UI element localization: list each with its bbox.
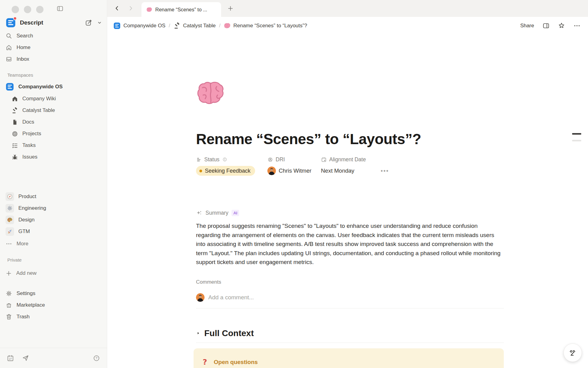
sidebar-item-label: Companywide OS bbox=[18, 84, 63, 90]
workspace-switcher[interactable]: Descript bbox=[6, 16, 103, 29]
private-section-label: Private bbox=[7, 257, 22, 263]
back-icon[interactable] bbox=[114, 5, 120, 12]
add-new-button[interactable]: Add new bbox=[0, 267, 107, 279]
more-icon[interactable] bbox=[573, 22, 581, 29]
chevron-down-icon[interactable] bbox=[96, 20, 103, 26]
sparkles-icon bbox=[196, 210, 202, 216]
comment-input[interactable]: Add a comment... bbox=[196, 292, 504, 303]
gavel-icon bbox=[12, 107, 18, 114]
table-of-contents-indicator[interactable] bbox=[572, 133, 581, 141]
minimize-window-button[interactable] bbox=[24, 6, 31, 13]
bug-icon bbox=[12, 154, 18, 160]
toggle-triangle-icon[interactable] bbox=[196, 331, 201, 335]
sidebar-item-trash[interactable]: Trash bbox=[0, 311, 107, 323]
sidebar-item-company-wiki[interactable]: Company Wiki bbox=[0, 93, 107, 105]
status-icon bbox=[196, 157, 202, 163]
sidebar-item-design[interactable]: Design bbox=[0, 214, 107, 226]
full-context-toggle[interactable]: Full Context bbox=[196, 327, 504, 340]
person-icon bbox=[267, 157, 273, 163]
avatar bbox=[267, 167, 276, 175]
breadcrumb-item-catalyst-table[interactable]: Catalyst Table bbox=[174, 22, 216, 29]
property-value-status[interactable]: Seeking Feedback bbox=[196, 166, 255, 176]
palette-icon bbox=[6, 216, 14, 224]
active-tab[interactable]: Rename “Scenes” to ... bbox=[141, 2, 221, 17]
sidebar-item-label: Engineering bbox=[18, 205, 46, 211]
breadcrumb-item-companywide-os[interactable]: Companywide OS bbox=[113, 22, 165, 29]
sidebar-item-inbox[interactable]: Inbox bbox=[0, 53, 107, 65]
red-question-icon[interactable]: ? bbox=[202, 358, 208, 366]
sidebar-item-settings[interactable]: Settings bbox=[0, 288, 107, 299]
workspace-blue-icon bbox=[113, 22, 121, 29]
avatar bbox=[196, 293, 205, 302]
breadcrumb-item-current-page[interactable]: Rename “Scenes” to “Layouts”? bbox=[224, 23, 307, 29]
new-tab-button[interactable] bbox=[227, 5, 234, 12]
brain-icon bbox=[224, 23, 231, 29]
descript-logo-icon bbox=[6, 17, 16, 28]
house-icon bbox=[12, 96, 18, 102]
property-value-alignment-date[interactable]: Next Monday bbox=[321, 166, 366, 176]
document-canvas: Rename “Scenes” to “Layouts”? Status See… bbox=[107, 34, 588, 368]
close-window-button[interactable] bbox=[12, 6, 19, 13]
breadcrumb: Companywide OS / Catalyst Table / Rename… bbox=[113, 22, 307, 29]
page-title[interactable]: Rename “Scenes” to “Layouts”? bbox=[196, 130, 504, 148]
comment-placeholder: Add a comment... bbox=[208, 294, 254, 301]
page-brain-icon[interactable] bbox=[196, 80, 225, 107]
sidebar-item-label: Inbox bbox=[17, 56, 29, 62]
property-value-dri[interactable]: Chris Witmer bbox=[267, 166, 311, 176]
sidebar-item-gtm[interactable]: GTM bbox=[0, 226, 107, 237]
sidebar-item-projects[interactable]: Projects bbox=[0, 128, 107, 140]
zoom-window-button[interactable] bbox=[36, 6, 43, 13]
sidebar-item-tasks[interactable]: Tasks bbox=[0, 140, 107, 151]
target-icon bbox=[12, 131, 18, 137]
window-controls bbox=[12, 6, 43, 13]
compass-icon bbox=[6, 192, 14, 201]
sidebar-item-label: Tasks bbox=[22, 142, 36, 148]
send-icon[interactable] bbox=[22, 355, 29, 362]
workspace-blue-icon bbox=[6, 82, 14, 91]
property-more-button[interactable]: ••• bbox=[381, 167, 389, 174]
page-header: Companywide OS / Catalyst Table / Rename… bbox=[107, 17, 588, 34]
full-context-heading: Full Context bbox=[204, 328, 254, 338]
callout-title[interactable]: Open questions bbox=[214, 359, 258, 366]
toc-bar[interactable] bbox=[572, 133, 581, 135]
star-icon[interactable] bbox=[558, 22, 565, 29]
calendar-icon[interactable] bbox=[7, 355, 14, 362]
property-label-alignment-date[interactable]: Alignment Date bbox=[321, 156, 366, 163]
sidebar-item-home[interactable]: Home bbox=[0, 42, 107, 53]
sidebar-item-label: Issues bbox=[22, 154, 37, 160]
sidebar-item-label: Settings bbox=[17, 290, 35, 297]
ellipsis-icon bbox=[6, 240, 12, 247]
tab-strip: Rename “Scenes” to ... bbox=[107, 0, 588, 17]
divider bbox=[196, 308, 504, 309]
property-label-status[interactable]: Status bbox=[196, 156, 255, 163]
breadcrumb-separator: / bbox=[168, 23, 171, 29]
sidebar-item-more[interactable]: More bbox=[0, 238, 107, 250]
gavel-icon bbox=[174, 22, 180, 29]
sidebar-item-docs[interactable]: Docs bbox=[0, 116, 107, 128]
divider bbox=[196, 343, 504, 343]
sidebar-item-catalyst-table[interactable]: Catalyst Table bbox=[0, 105, 107, 116]
sidebar-collapse-icon[interactable] bbox=[56, 5, 64, 12]
info-icon[interactable] bbox=[222, 157, 228, 162]
share-button[interactable]: Share bbox=[520, 23, 534, 29]
inbox-icon bbox=[6, 56, 12, 63]
summary-label[interactable]: Summary bbox=[205, 210, 228, 216]
help-icon[interactable] bbox=[93, 355, 100, 362]
sidebar-item-product[interactable]: Product bbox=[0, 191, 107, 202]
ai-face-icon bbox=[568, 348, 577, 357]
property-table: Status Seeking Feedback DRI Chris Witmer bbox=[196, 156, 504, 196]
notion-ai-button[interactable] bbox=[564, 343, 582, 362]
toc-bar[interactable] bbox=[572, 140, 581, 141]
gear-icon bbox=[6, 290, 12, 297]
sidebar-item-companywide-os[interactable]: Companywide OS bbox=[0, 81, 107, 93]
forward-icon[interactable] bbox=[127, 5, 134, 12]
sidebar-item-marketplace[interactable]: Marketplace bbox=[0, 299, 107, 311]
sidebar-item-issues[interactable]: Issues bbox=[0, 151, 107, 163]
sidebar-item-engineering[interactable]: Engineering bbox=[0, 202, 107, 214]
summary-text[interactable]: The proposal suggests renaming "Scenes" … bbox=[196, 221, 504, 267]
status-dot-icon bbox=[199, 170, 202, 172]
property-label-dri[interactable]: DRI bbox=[267, 156, 311, 163]
panel-right-icon[interactable] bbox=[542, 22, 550, 29]
compose-icon[interactable] bbox=[85, 19, 92, 26]
sidebar-item-search[interactable]: Search bbox=[0, 30, 107, 42]
